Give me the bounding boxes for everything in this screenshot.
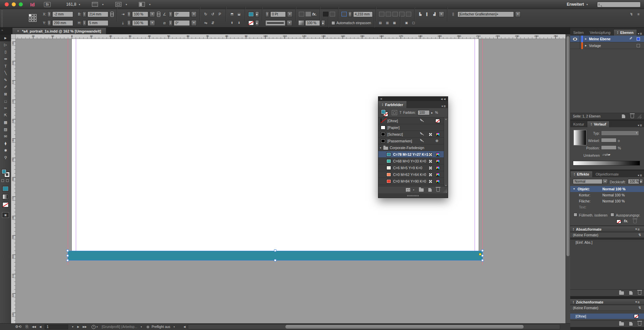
distribute-right-icon[interactable]: ▦ [391, 20, 397, 26]
panel-menu-icon[interactable] [638, 173, 644, 177]
stroke-weight-field[interactable]: 0 Pt [270, 11, 286, 17]
chevron-down-icon[interactable]: ▾ [141, 326, 142, 328]
scale-y-dropdown[interactable] [150, 20, 155, 26]
scale-x-dropdown[interactable] [150, 11, 155, 17]
distribute-left-icon[interactable]: ▤ [377, 20, 383, 26]
swatch-row[interactable]: ▼ [Papier] ✎ ⊕ [378, 124, 444, 131]
tab-objektformate[interactable]: Objektformate [593, 171, 622, 177]
scale-y-stepper[interactable] [127, 20, 131, 26]
bridge-button[interactable]: Br [44, 2, 51, 7]
shear-stepper[interactable] [169, 20, 172, 26]
opacity-field[interactable]: 100 % [305, 20, 320, 26]
swatch-row[interactable]: ▼ [Ohne] ✎ ⊕ [378, 117, 444, 124]
width-field[interactable]: 214 mm [88, 11, 108, 17]
stroke-color-swatch[interactable] [248, 20, 254, 26]
swatch-row[interactable]: ▼ C=68 M=0 Y=33 K=0 ✎ ⊕ [378, 158, 444, 164]
tab-seiten[interactable]: Seiten [570, 29, 587, 36]
tab-verknuepfung[interactable]: Verknüpfung [587, 29, 613, 36]
clear-effects-icon[interactable] [616, 220, 621, 224]
paragraph-styles-header[interactable]: Absatzformate [570, 226, 644, 232]
wrap-bounding-icon[interactable] [330, 12, 335, 16]
tab-verlauf[interactable]: Verlauf [587, 121, 609, 127]
type-tool[interactable]: T [0, 62, 11, 69]
scale-x-stepper[interactable] [127, 11, 131, 17]
vertical-ruler[interactable]: 1902002102202302402502602702802903003103… [11, 39, 16, 323]
ruler-origin[interactable] [11, 34, 16, 39]
align-right-icon[interactable]: ▟ [432, 11, 437, 17]
x-stepper[interactable] [47, 11, 51, 17]
layer-expand-icon[interactable]: ▶ [585, 44, 587, 47]
fit-content-to-frame-icon[interactable] [399, 12, 405, 16]
go-child-icon[interactable]: ⬇ [236, 20, 242, 26]
search-input[interactable] [601, 3, 644, 6]
align-left-icon[interactable]: ▙ [418, 11, 423, 17]
delete-style-button[interactable] [638, 291, 641, 295]
direct-selection-tool[interactable]: ▷ [0, 41, 11, 48]
first-page-button[interactable]: ◀◀ [32, 325, 36, 328]
wrap-none-icon[interactable] [323, 12, 328, 16]
line-tool[interactable]: ╲ [0, 69, 11, 77]
layer-row[interactable]: ▶ Vorlage [570, 42, 644, 49]
swatch-row[interactable]: ▼ C=0 M=84 Y=90 K=0 ✎ ⊕ [378, 178, 444, 185]
fill-color-dropdown[interactable] [255, 11, 259, 17]
rotation-dropdown[interactable] [191, 11, 197, 17]
hand-tool[interactable]: ✱ [0, 147, 11, 154]
chevron-down-icon[interactable]: ▾ [97, 326, 98, 328]
stroke-color-dropdown[interactable] [255, 20, 259, 26]
horizontal-scroll-thumb[interactable] [285, 325, 524, 329]
swatches-panel-titlebar[interactable]: ✕ ◄◄ [378, 97, 448, 101]
corner-options-icon[interactable] [299, 12, 304, 16]
workspace-switcher[interactable]: Erweitert [567, 2, 584, 7]
transparency-icon[interactable] [306, 12, 311, 16]
scroll-left-button[interactable]: ◀ [183, 325, 185, 328]
stroke-style-dropdown[interactable] [287, 20, 292, 26]
go-parent-icon[interactable]: ⬆ [229, 20, 235, 26]
fill-proxy-swatch[interactable] [381, 109, 386, 114]
disclosure-triangle-icon[interactable]: ▼ [573, 188, 575, 190]
flip-vertical-icon[interactable]: ⇵ [210, 20, 216, 26]
scale-x-field[interactable]: 100 % [132, 11, 148, 17]
new-swatch-button[interactable] [428, 188, 432, 192]
new-group-button[interactable] [419, 188, 424, 192]
panel-menu-icon[interactable] [636, 300, 642, 304]
fill-color-swatch[interactable] [248, 12, 254, 17]
quick-apply-icon[interactable]: ↯ [629, 11, 634, 17]
shear-dropdown[interactable] [191, 20, 197, 26]
effects-fx-button[interactable]: fx. [312, 12, 317, 16]
layer-expand-icon[interactable]: ▶ [585, 38, 587, 40]
effects-opacity-dropdown[interactable] [639, 179, 643, 184]
new-character-style-button[interactable] [629, 322, 633, 326]
scissors-tool[interactable]: ✂ [0, 105, 11, 112]
effects-row-fill[interactable]: Fläche: Normal 100 % [570, 198, 644, 204]
arrange-documents-button[interactable]: ▼ [139, 2, 151, 7]
swatch-row[interactable]: ▼ C=0 M=62 Y=64 K=0 ✎ ⊕ [378, 171, 444, 178]
flip-horizontal-icon[interactable]: ⇋ [203, 20, 209, 26]
note-tool[interactable]: ✉ [0, 133, 11, 140]
expand-panels-icon[interactable]: » [1, 29, 3, 32]
gradient-angle-field[interactable] [601, 138, 616, 142]
rotate-cw-icon[interactable]: ↻ [203, 11, 209, 17]
panel-menu-icon[interactable] [442, 104, 448, 108]
effects-row-object[interactable]: ▼ Objekt: Normal 100 % [570, 186, 644, 192]
folder-expand-icon[interactable]: ▼ [379, 147, 382, 149]
selection-handle-bottom-left[interactable] [66, 259, 69, 262]
object-style-select[interactable]: [Einfacher Grafikrahmen]+ [458, 11, 514, 17]
tab-effekte[interactable]: Effekte [570, 171, 593, 177]
layer-row[interactable]: ▶ Meine Ebene ✎ [570, 36, 644, 42]
tab-ebenen[interactable]: Ebenen [613, 29, 637, 36]
vertical-scrollbar[interactable] [566, 34, 570, 323]
stroke-style-select[interactable] [265, 20, 285, 26]
preflight-profile[interactable]: [Grundprofil] (Arbeitsp... [102, 325, 137, 329]
select-content-icon[interactable]: ⬓ [236, 11, 242, 17]
stroke-weight-stepper[interactable] [265, 11, 269, 17]
height-field[interactable]: 5 mm [88, 20, 108, 26]
autofit-checkbox[interactable] [331, 21, 335, 25]
swatch-row[interactable]: ▼ [Schwarz] ✎ ⊕ [378, 131, 444, 138]
gap-tool[interactable]: ⇹ [0, 55, 11, 62]
corner-radius-stepper[interactable] [348, 11, 352, 17]
corner-radius-field[interactable]: 4,233 mm [353, 11, 373, 17]
panel-resize-grip[interactable] [637, 114, 641, 119]
x-field[interactable]: -2 mm [52, 11, 73, 17]
tint-field[interactable]: 100 [418, 110, 430, 115]
gradient-feather-tool[interactable]: ▨ [0, 126, 11, 133]
